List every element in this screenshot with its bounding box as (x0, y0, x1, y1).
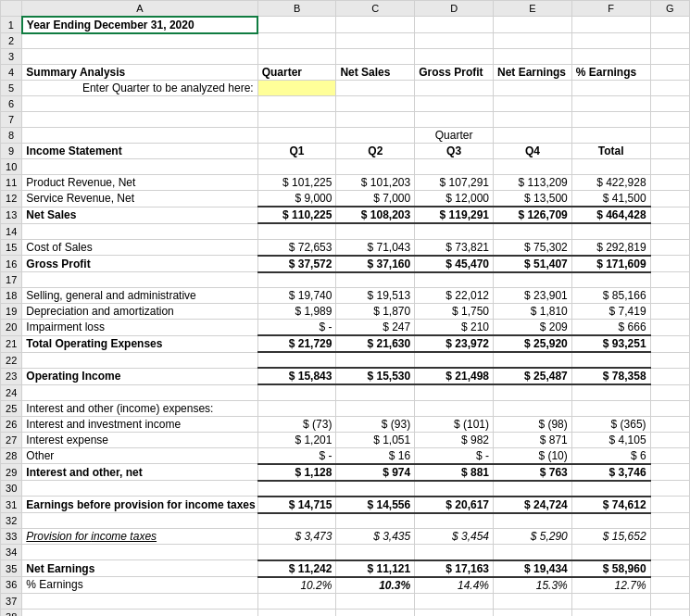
cell-29-d[interactable]: $ 881 (415, 464, 494, 481)
cell-24-g[interactable] (650, 384, 689, 400)
cell-27-c[interactable]: $ 1,051 (336, 432, 415, 447)
cell-38-e[interactable] (494, 609, 572, 616)
cell-25-c[interactable] (336, 400, 415, 416)
cell-31-a[interactable]: Earnings before provision for income tax… (22, 497, 257, 513)
cell-14-a[interactable] (22, 223, 257, 239)
cell-17-b[interactable] (257, 272, 336, 288)
cell-3-b[interactable] (257, 49, 336, 65)
cell-14-e[interactable] (494, 223, 572, 239)
cell-34-g[interactable] (650, 545, 689, 560)
cell-21-b[interactable]: $ 21,729 (257, 335, 336, 352)
cell-11-a[interactable]: Product Revenue, Net (22, 175, 257, 191)
cell-9-c[interactable]: Q2 (336, 144, 415, 159)
cell-20-c[interactable]: $ 247 (336, 320, 415, 336)
cell-30-d[interactable] (415, 481, 494, 497)
cell-11-e[interactable]: $ 113,209 (494, 175, 572, 191)
cell-6-e[interactable] (494, 96, 572, 112)
cell-32-f[interactable] (571, 513, 650, 529)
cell-38-g[interactable] (650, 609, 689, 616)
cell-13-b[interactable]: $ 110,225 (257, 207, 336, 223)
cell-36-g[interactable] (650, 577, 689, 594)
cell-1-f[interactable] (571, 17, 650, 33)
cell-8-f[interactable] (571, 128, 650, 144)
cell-37-f[interactable] (571, 593, 650, 609)
cell-15-a[interactable]: Cost of Sales (22, 239, 257, 256)
cell-4-a[interactable]: Summary Analysis (22, 65, 257, 81)
cell-10-a[interactable] (22, 159, 257, 175)
cell-7-a[interactable] (22, 112, 257, 128)
cell-9-b[interactable]: Q1 (257, 144, 336, 159)
cell-11-g[interactable] (650, 175, 689, 191)
cell-22-f[interactable] (571, 352, 650, 368)
cell-6-b[interactable] (257, 96, 336, 112)
cell-19-a[interactable]: Depreciation and amortization (22, 304, 257, 320)
row-header-7[interactable]: 7 (1, 112, 22, 128)
cell-20-g[interactable] (650, 320, 689, 336)
cell-29-b[interactable]: $ 1,128 (257, 464, 336, 481)
cell-17-g[interactable] (650, 272, 689, 288)
cell-29-g[interactable] (650, 464, 689, 481)
col-header-f[interactable]: F (571, 1, 650, 17)
cell-26-c[interactable]: $ (93) (336, 416, 415, 432)
row-header-24[interactable]: 24 (1, 384, 22, 400)
cell-30-e[interactable] (494, 481, 572, 497)
cell-31-g[interactable] (650, 497, 689, 513)
cell-36-b[interactable]: 10.2% (257, 577, 336, 594)
cell-5-b[interactable] (257, 81, 336, 96)
cell-27-f[interactable]: $ 4,105 (571, 432, 650, 447)
cell-15-d[interactable]: $ 73,821 (415, 239, 494, 256)
cell-30-c[interactable] (336, 481, 415, 497)
cell-24-c[interactable] (336, 384, 415, 400)
col-header-c[interactable]: C (336, 1, 415, 17)
cell-13-g[interactable] (650, 207, 689, 223)
cell-9-f[interactable]: Total (571, 144, 650, 159)
cell-38-d[interactable] (415, 609, 494, 616)
cell-38-b[interactable] (257, 609, 336, 616)
cell-6-f[interactable] (571, 96, 650, 112)
cell-9-g[interactable] (650, 144, 689, 159)
col-header-b[interactable]: B (257, 1, 336, 17)
cell-6-d[interactable] (415, 96, 494, 112)
cell-37-d[interactable] (415, 593, 494, 609)
cell-31-e[interactable]: $ 24,724 (494, 497, 572, 513)
row-header-8[interactable]: 8 (1, 128, 22, 144)
cell-24-e[interactable] (494, 384, 572, 400)
row-header-31[interactable]: 31 (1, 497, 22, 513)
cell-10-d[interactable] (415, 159, 494, 175)
cell-21-a[interactable]: Total Operating Expenses (22, 335, 257, 352)
cell-34-b[interactable] (257, 545, 336, 560)
row-header-19[interactable]: 19 (1, 304, 22, 320)
cell-15-e[interactable]: $ 75,302 (494, 239, 572, 256)
cell-3-e[interactable] (494, 49, 572, 65)
cell-2-g[interactable] (650, 33, 689, 49)
cell-1-e[interactable] (494, 17, 572, 33)
cell-36-d[interactable]: 14.4% (415, 577, 494, 594)
cell-14-g[interactable] (650, 223, 689, 239)
cell-1-g[interactable] (650, 17, 689, 33)
cell-27-b[interactable]: $ 1,201 (257, 432, 336, 447)
cell-13-d[interactable]: $ 119,291 (415, 207, 494, 223)
cell-16-b[interactable]: $ 37,572 (257, 256, 336, 272)
cell-30-f[interactable] (571, 481, 650, 497)
cell-6-c[interactable] (336, 96, 415, 112)
cell-12-b[interactable]: $ 9,000 (257, 191, 336, 207)
cell-30-a[interactable] (22, 481, 257, 497)
cell-17-a[interactable] (22, 272, 257, 288)
row-header-34[interactable]: 34 (1, 545, 22, 560)
cell-8-d[interactable]: Quarter (415, 128, 494, 144)
cell-10-c[interactable] (336, 159, 415, 175)
cell-15-f[interactable]: $ 292,819 (571, 239, 650, 256)
cell-5-g[interactable] (650, 81, 689, 96)
row-header-3[interactable]: 3 (1, 49, 22, 65)
cell-4-e[interactable]: Net Earnings (494, 65, 572, 81)
cell-32-b[interactable] (257, 513, 336, 529)
cell-3-g[interactable] (650, 49, 689, 65)
cell-1-b[interactable] (257, 17, 336, 33)
cell-20-b[interactable]: $ - (257, 320, 336, 336)
cell-3-f[interactable] (571, 49, 650, 65)
row-header-13[interactable]: 13 (1, 207, 22, 223)
cell-30-g[interactable] (650, 481, 689, 497)
cell-4-g[interactable] (650, 65, 689, 81)
cell-10-b[interactable] (257, 159, 336, 175)
cell-19-b[interactable]: $ 1,989 (257, 304, 336, 320)
